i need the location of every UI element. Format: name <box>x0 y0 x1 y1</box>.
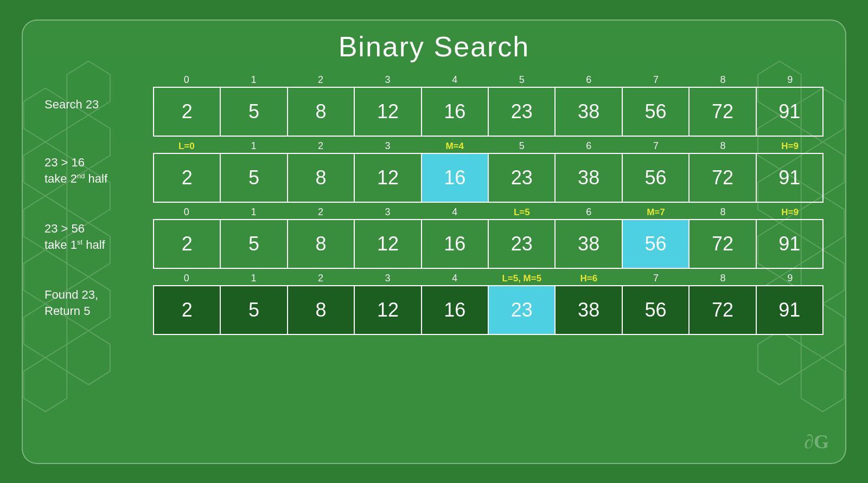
index-cell-2-2: 2 <box>287 205 354 218</box>
index-cell-1-7: 7 <box>622 139 690 152</box>
index-cell-1-1: 1 <box>220 139 288 152</box>
index-cell-3-7: 7 <box>622 271 690 284</box>
index-cell-3-3: 3 <box>354 271 422 284</box>
value-cell-1-9: 91 <box>757 154 822 202</box>
index-cell-2-3: 3 <box>354 205 422 218</box>
value-cell-2-0: 2 <box>154 220 221 268</box>
value-cell-3-8: 72 <box>690 286 756 334</box>
value-cell-0-2: 8 <box>288 88 355 136</box>
value-cell-1-7: 56 <box>623 154 690 202</box>
index-cell-1-9: H=9 <box>756 139 824 152</box>
cells-row-2: 25812162338567291 <box>153 219 824 269</box>
svg-marker-23 <box>801 357 845 411</box>
index-cell-0-9: 9 <box>756 73 824 86</box>
index-cell-2-4: 4 <box>421 205 488 218</box>
value-cell-2-8: 72 <box>690 220 756 268</box>
row-block-0: Search 23012345678925812162338567291 <box>44 73 824 137</box>
index-row-3: 01234L=5, M=5H=6789 <box>153 271 824 284</box>
svg-marker-10 <box>67 331 110 385</box>
index-cell-3-9: 9 <box>756 271 824 284</box>
value-cell-1-4: 16 <box>422 154 489 202</box>
index-cell-1-4: M=4 <box>421 139 488 152</box>
row-label-0: Search 23 <box>44 96 153 113</box>
index-cell-3-4: 4 <box>421 271 488 284</box>
value-cell-2-7: 56 <box>623 220 690 268</box>
content-area: Search 2301234567892581216233856729123 >… <box>44 73 824 337</box>
index-cell-2-5: L=5 <box>488 205 556 218</box>
array-wrapper-3: 01234L=5, M=5H=678925812162338567291 <box>153 271 824 335</box>
value-cell-2-3: 12 <box>355 220 422 268</box>
main-card: Binary Search Search 2301234567892581216… <box>22 20 846 464</box>
index-cell-0-1: 1 <box>220 73 288 86</box>
index-row-0: 0123456789 <box>153 73 824 86</box>
value-cell-0-5: 23 <box>489 88 556 136</box>
index-cell-0-8: 8 <box>690 73 757 86</box>
row-label-1: 23 > 16take 2nd half <box>44 154 153 186</box>
value-cell-3-2: 8 <box>288 286 355 334</box>
value-cell-2-5: 23 <box>489 220 556 268</box>
index-cell-0-6: 6 <box>556 73 623 86</box>
value-cell-3-4: 16 <box>422 286 489 334</box>
index-cell-1-6: 6 <box>556 139 623 152</box>
logo: ∂G <box>804 430 829 453</box>
index-cell-2-1: 1 <box>220 205 288 218</box>
index-cell-3-5: L=5, M=5 <box>488 271 556 284</box>
svg-marker-22 <box>758 331 801 385</box>
value-cell-3-6: 38 <box>556 286 622 334</box>
index-cell-1-3: 3 <box>354 139 422 152</box>
value-cell-1-0: 2 <box>154 154 221 202</box>
value-cell-0-1: 5 <box>221 88 288 136</box>
array-wrapper-0: 012345678925812162338567291 <box>153 73 824 137</box>
value-cell-1-6: 38 <box>556 154 622 202</box>
array-wrapper-2: 01234L=56M=78H=925812162338567291 <box>153 205 824 269</box>
index-cell-3-2: 2 <box>287 271 354 284</box>
value-cell-0-7: 56 <box>623 88 690 136</box>
index-cell-0-7: 7 <box>622 73 690 86</box>
value-cell-1-3: 12 <box>355 154 422 202</box>
value-cell-0-4: 16 <box>422 88 489 136</box>
page-title: Binary Search <box>339 30 530 63</box>
index-cell-1-2: 2 <box>287 139 354 152</box>
index-cell-0-5: 5 <box>488 73 556 86</box>
value-cell-3-5: 23 <box>489 286 556 334</box>
index-cell-0-3: 3 <box>354 73 422 86</box>
index-cell-3-6: H=6 <box>556 271 623 284</box>
value-cell-2-1: 5 <box>221 220 288 268</box>
index-row-1: L=0123M=45678H=9 <box>153 139 824 152</box>
index-cell-2-9: H=9 <box>756 205 824 218</box>
row-block-3: Found 23,Return 501234L=5, M=5H=67892581… <box>44 271 824 335</box>
cells-row-1: 25812162338567291 <box>153 153 824 203</box>
value-cell-0-8: 72 <box>690 88 756 136</box>
value-cell-3-0: 2 <box>154 286 221 334</box>
row-label-2: 23 > 56take 1st half <box>44 221 153 253</box>
index-cell-1-5: 5 <box>488 139 556 152</box>
value-cell-3-7: 56 <box>623 286 690 334</box>
index-cell-3-8: 8 <box>690 271 757 284</box>
index-cell-0-4: 4 <box>421 73 488 86</box>
index-cell-2-6: 6 <box>556 205 623 218</box>
index-cell-3-1: 1 <box>220 271 288 284</box>
svg-marker-11 <box>24 357 67 411</box>
row-label-3: Found 23,Return 5 <box>44 287 153 319</box>
cells-row-0: 25812162338567291 <box>153 87 824 137</box>
cells-row-3: 25812162338567291 <box>153 285 824 335</box>
value-cell-2-4: 16 <box>422 220 489 268</box>
value-cell-2-9: 91 <box>757 220 822 268</box>
index-row-2: 01234L=56M=78H=9 <box>153 205 824 218</box>
value-cell-3-9: 91 <box>757 286 822 334</box>
index-cell-1-0: L=0 <box>153 139 220 152</box>
index-cell-2-8: 8 <box>690 205 757 218</box>
index-cell-2-7: M=7 <box>622 205 690 218</box>
index-cell-0-2: 2 <box>287 73 354 86</box>
value-cell-3-1: 5 <box>221 286 288 334</box>
value-cell-1-1: 5 <box>221 154 288 202</box>
index-cell-0-0: 0 <box>153 73 220 86</box>
value-cell-1-8: 72 <box>690 154 756 202</box>
value-cell-0-0: 2 <box>154 88 221 136</box>
row-block-1: 23 > 16take 2nd halfL=0123M=45678H=92581… <box>44 139 824 203</box>
value-cell-2-6: 38 <box>556 220 622 268</box>
value-cell-3-3: 12 <box>355 286 422 334</box>
row-block-2: 23 > 56take 1st half01234L=56M=78H=92581… <box>44 205 824 269</box>
index-cell-3-0: 0 <box>153 271 220 284</box>
value-cell-0-6: 38 <box>556 88 622 136</box>
